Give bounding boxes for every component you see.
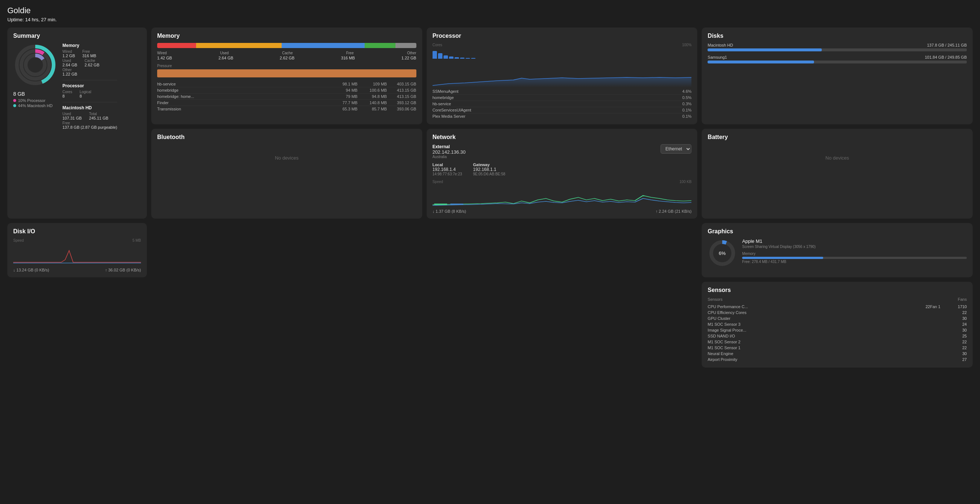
external-ip: 202.142.136.30	[433, 149, 466, 155]
memory-section-title: Memory	[62, 43, 117, 48]
sensors-title: Sensors	[708, 287, 967, 293]
uptime-label: Uptime:	[7, 17, 24, 22]
gpu-memory-label: Memory	[742, 252, 967, 256]
disk-name-0: Macintosh HD	[708, 43, 733, 47]
summary-stats: Memory Wired 1.2 GB Free 316 MB	[62, 43, 117, 133]
sensor-row-1: CPU Efficiency Cores 22	[708, 310, 967, 315]
mem-row2: Used 2.64 GB Cache 2.62 GB	[62, 59, 117, 67]
main-grid: Summary 8 GB	[7, 27, 973, 368]
summary-labels: 8 GB 10% Processor 44% Macintosh HD	[13, 91, 57, 108]
battery-card: Battery No devices	[702, 129, 973, 219]
proc-list-row: Plex Media Server 0.1%	[433, 113, 692, 119]
gpu-memory-bar-wrap	[742, 257, 967, 259]
process-row: Transmission 65.3 MB 85.7 MB 393.06 GB	[157, 106, 416, 112]
disk-name-row-1: Samsung1 101.84 GB / 249.85 GB	[708, 55, 967, 59]
disks-card: Disks Macintosh HD 137.8 GB / 245.11 GB …	[702, 27, 973, 124]
bluetooth-title: Bluetooth	[157, 134, 416, 141]
legend-disk: 44% Macintosh HD	[13, 103, 57, 108]
process-row: homebridge 94 MB 100.6 MB 413.15 GB	[157, 87, 416, 94]
app-title: Goldie	[7, 6, 973, 16]
sensor-row-3: M1 SOC Sensor 3 24	[708, 321, 967, 327]
memory-card: Memory Wired Used Cache Free Other 1.42 …	[151, 27, 422, 124]
network-title: Network	[433, 134, 692, 141]
proc-list-row: hb-service 0.3%	[433, 101, 692, 107]
graphics-inner: 6% Apple M1 Screen Sharing Virtual Displ…	[708, 238, 967, 269]
proc-mini-bars	[433, 48, 692, 59]
proc-list-row: CoreServicesUIAgent 0.1%	[433, 107, 692, 113]
core-bar	[471, 58, 476, 59]
wired-col: Wired 1.2 GB	[62, 49, 75, 58]
diskio-stat-down: ↓ 13.24 GB (0 KB/s)	[13, 268, 49, 272]
sensors-card: Sensors Sensors Fans CPU Performance C..…	[702, 282, 973, 368]
svg-rect-7	[434, 204, 447, 205]
graphics-title: Graphics	[708, 228, 967, 235]
gpu-name: Apple M1	[742, 238, 967, 244]
process-row: Finder 77.7 MB 140.8 MB 393.12 GB	[157, 100, 416, 106]
memory-bar	[157, 43, 416, 48]
core-bar	[433, 51, 437, 59]
gpu-display: Screen Sharing Virtual Display (3056 x 1…	[742, 245, 967, 249]
memory-section: Memory Wired 1.2 GB Free 316 MB	[62, 43, 117, 76]
sensor-row-5: SSD NAND I/O 25	[708, 333, 967, 339]
bluetooth-no-devices: No devices	[157, 144, 416, 172]
core-bar	[444, 55, 448, 59]
proc-list: SSMenuAgent 4.6% homebridge 0.5% hb-serv…	[433, 89, 692, 119]
disk-section: Macintosh HD Used 107.31 GB Total 245.11…	[62, 105, 117, 130]
core-bar	[438, 53, 442, 59]
memory-title: Memory	[157, 33, 416, 39]
process-table: hb-service 98.1 MB 109 MB 403.15 GB home…	[157, 81, 416, 112]
disk-item-1: Samsung1 101.84 GB / 249.85 GB	[708, 55, 967, 63]
legend-processor-label: 10% Processor	[18, 98, 46, 103]
legend-disk-label: 44% Macintosh HD	[18, 103, 52, 108]
disk-bar-wrap-1	[708, 60, 967, 63]
summary-card: Summary 8 GB	[7, 27, 147, 219]
proc-list-row: homebridge 0.5%	[433, 95, 692, 101]
gateway-ip: 192.168.1.1	[473, 167, 505, 172]
cache-seg	[282, 43, 364, 48]
gpu-memory-val: Free: 278.4 MB / 431.7 MB	[742, 260, 967, 264]
disk-item-0: Macintosh HD 137.8 GB / 245.11 GB	[708, 43, 967, 51]
disk-bar-fill-1	[708, 60, 814, 63]
mem-row1: Wired 1.2 GB Free 316 MB	[62, 49, 117, 58]
network-dropdown[interactable]: EthernetWi-Fi	[660, 144, 691, 154]
local-ip: 192.168.1.4	[433, 167, 462, 172]
other-col: Other 1.22 GB	[62, 68, 77, 76]
summary-inner: 8 GB 10% Processor 44% Macintosh HD Memo…	[13, 43, 141, 133]
sensor-row-4: Image Signal Proce... 30	[708, 327, 967, 333]
mem-row3: Other 1.22 GB	[62, 68, 117, 76]
sensor-row-2: GPU Cluster 30	[708, 315, 967, 321]
processor-title: Processor	[433, 33, 692, 39]
disk-bar-fill-0	[708, 48, 821, 51]
net-chart-labels: Speed 100 KB	[433, 180, 692, 184]
sensor-row-6: M1 SOC Sensor 2 22	[708, 339, 967, 345]
core-bar	[449, 57, 453, 59]
summary-title: Summary	[13, 33, 141, 39]
process-row: hb-service 98.1 MB 109 MB 403.15 GB	[157, 81, 416, 87]
donut-chart	[13, 43, 57, 87]
total-ram: 8 GB	[13, 91, 57, 97]
donut-wrap: 8 GB 10% Processor 44% Macintosh HD	[13, 43, 57, 109]
diskio-title: Disk I/O	[13, 228, 141, 235]
external-country: Australia	[433, 155, 466, 159]
gpu-info: Apple M1 Screen Sharing Virtual Display …	[742, 238, 967, 264]
used-seg	[196, 43, 282, 48]
battery-no-devices: No devices	[708, 144, 967, 172]
net-stat-up: ↑ 2.24 GB (21 KB/s)	[656, 209, 692, 214]
gateway-col: Gateway 192.168.1.1 9E:05:D6:AB:BE:58	[473, 163, 505, 176]
gpu-memory-bar	[742, 257, 823, 259]
graphics-card: Graphics 6% Apple M1 Screen Sharing Virt…	[702, 223, 973, 277]
diskio-chart	[13, 243, 141, 265]
disk-value-1: 101.84 GB / 249.85 GB	[925, 55, 967, 59]
local-mac: 14:98:77:63:7e:23	[433, 172, 462, 176]
net-local-row: Local 192.168.1.4 14:98:77:63:7e:23 Gate…	[433, 163, 692, 176]
diskio-stats: ↓ 13.24 GB (0 KB/s) ↑ 36.02 GB (0 KB/s)	[13, 268, 141, 272]
proc-chart	[433, 62, 692, 87]
memory-values: 1.42 GB 2.64 GB 2.62 GB 316 MB 1.22 GB	[157, 56, 416, 60]
proc-list-row: SSMenuAgent 4.6%	[433, 89, 692, 95]
sensors-header: Sensors Fans	[708, 297, 967, 301]
svg-rect-8	[450, 204, 463, 205]
proc-chart-label: Cores 100%	[433, 43, 692, 47]
sensor-row-8: Neural Engine 30	[708, 351, 967, 357]
sensor-row-7: M1 SOC Sensor 1 22	[708, 345, 967, 351]
network-top: External 202.142.136.30 Australia Ethern…	[433, 144, 692, 159]
